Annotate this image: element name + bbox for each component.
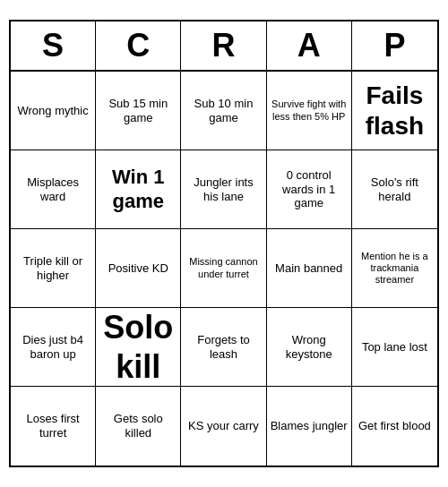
bingo-cell[interactable]: Gets solo killed	[96, 387, 181, 466]
bingo-cell[interactable]: Win 1 game	[96, 150, 181, 229]
bingo-cell[interactable]: Mention he is a trackmania streamer	[352, 229, 437, 308]
bingo-cell[interactable]: Dies just b4 baron up	[11, 308, 96, 387]
bingo-cell[interactable]: Main banned	[267, 229, 352, 308]
header-letter: S	[11, 21, 96, 70]
bingo-card: SCRAP Wrong mythicSub 15 min gameSub 10 …	[9, 20, 439, 467]
bingo-cell[interactable]: Wrong mythic	[11, 72, 96, 150]
bingo-cell[interactable]: Blames jungler	[267, 387, 352, 466]
bingo-cell[interactable]: Fails flash	[352, 72, 437, 150]
bingo-cell[interactable]: Sub 10 min game	[181, 72, 266, 150]
bingo-cell[interactable]: Solo kill	[96, 308, 181, 387]
bingo-cell[interactable]: Triple kill or higher	[11, 229, 96, 308]
bingo-grid: Wrong mythicSub 15 min gameSub 10 min ga…	[11, 72, 437, 466]
header-letter: R	[181, 21, 266, 70]
bingo-cell[interactable]: Misplaces ward	[11, 150, 96, 229]
header-letter: P	[352, 21, 437, 70]
bingo-cell[interactable]: Solo's rift herald	[352, 150, 437, 229]
bingo-cell[interactable]: Wrong keystone	[267, 308, 352, 387]
bingo-cell[interactable]: Survive fight with less then 5% HP	[267, 72, 352, 150]
bingo-cell[interactable]: Forgets to leash	[181, 308, 266, 387]
bingo-cell[interactable]: Top lane lost	[352, 308, 437, 387]
bingo-cell[interactable]: Get first blood	[352, 387, 437, 466]
bingo-cell[interactable]: Positive KD	[96, 229, 181, 308]
bingo-cell[interactable]: Loses first turret	[11, 387, 96, 466]
header-letter: C	[96, 21, 181, 70]
bingo-cell[interactable]: Jungler ints his lane	[181, 150, 266, 229]
bingo-cell[interactable]: Sub 15 min game	[96, 72, 181, 150]
bingo-cell[interactable]: KS your carry	[181, 387, 266, 466]
bingo-header: SCRAP	[11, 21, 437, 72]
bingo-cell[interactable]: Missing cannon under turret	[181, 229, 266, 308]
bingo-cell[interactable]: 0 control wards in 1 game	[267, 150, 352, 229]
header-letter: A	[267, 21, 352, 70]
